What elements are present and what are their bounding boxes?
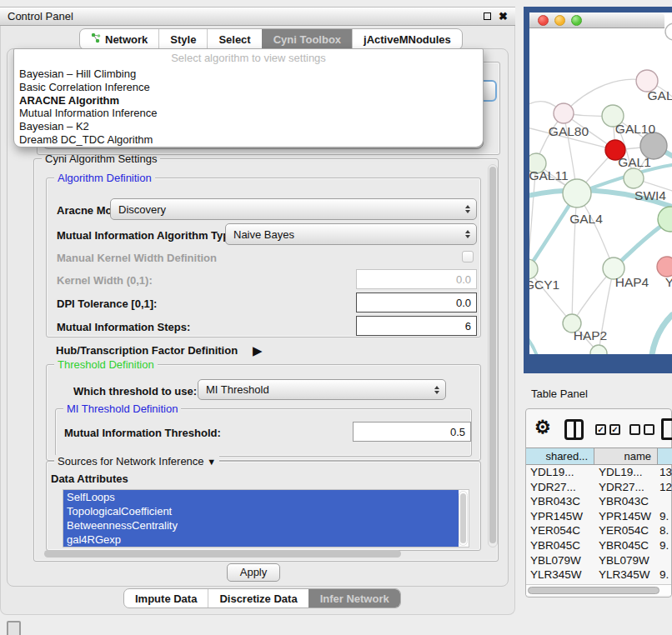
- tab-label: jActiveMNodules: [364, 33, 451, 46]
- gear-icon[interactable]: ⚙: [534, 417, 551, 438]
- settings-horizontal-scrollbar-thumb[interactable]: [44, 550, 401, 558]
- apply-button-label: Apply: [240, 566, 268, 578]
- attribute-list-item[interactable]: TopologicalCoefficient: [63, 504, 459, 518]
- minimize-traffic-light-icon[interactable]: [554, 15, 565, 26]
- table-row[interactable]: YBR043CYBR043C: [526, 494, 672, 509]
- zoom-traffic-light-icon[interactable]: [571, 15, 582, 26]
- checked-checkbox-icon[interactable]: ✓: [609, 424, 620, 435]
- file-icon[interactable]: [661, 418, 672, 440]
- control-panel-titlebar: Control Panel ✖: [0, 7, 515, 26]
- expand-right-icon[interactable]: ▶: [253, 343, 263, 358]
- unchecked-checkbox-icon[interactable]: [644, 424, 654, 435]
- attribute-list-item[interactable]: gal4RGexp: [63, 532, 459, 547]
- combo-spinner-icon: [465, 205, 470, 213]
- manual-kernel-label: Manual Kernel Width Definition: [57, 252, 217, 264]
- network-node-swi4[interactable]: [624, 168, 644, 188]
- bottom-tab-impute-data[interactable]: Impute Data: [124, 589, 208, 608]
- table-cell: YBL079W: [594, 553, 658, 568]
- mi-threshold-field[interactable]: 0.5: [353, 422, 471, 442]
- table-cell: YDR27...: [526, 480, 594, 495]
- table-row[interactable]: YLR345WYLR345W9.: [526, 568, 672, 582]
- settings-vertical-scrollbar-thumb[interactable]: [489, 167, 496, 543]
- table-row[interactable]: YDL19...YDL19...13: [526, 465, 672, 480]
- bottom-tab-infer-network[interactable]: Infer Network: [308, 589, 400, 608]
- float-icon[interactable]: [484, 12, 491, 20]
- checked-checkbox-icon[interactable]: ✓: [595, 424, 606, 435]
- attribute-list-item[interactable]: SelfLoops: [63, 490, 459, 504]
- control-panel-tab-bar: NetworkStyleSelectCyni ToolboxjActiveMNo…: [79, 28, 463, 50]
- table-column-header[interactable]: shared...: [526, 448, 594, 464]
- control-panel-title: Control Panel: [8, 10, 484, 22]
- network-node-gal4[interactable]: [563, 179, 591, 208]
- table-cell: YDL19...: [526, 465, 594, 480]
- algorithm-option-basic-correlation-inference[interactable]: Basic Correlation Inference: [14, 81, 483, 94]
- aracne-mode-combo[interactable]: Discovery: [110, 198, 477, 220]
- tab-select[interactable]: Select: [207, 29, 261, 49]
- attribute-list-scrollbar-thumb[interactable]: [460, 493, 466, 543]
- manual-kernel-checkbox[interactable]: [462, 251, 474, 262]
- tab-label: Cyni Toolbox: [273, 33, 341, 46]
- tab-network[interactable]: Network: [80, 29, 158, 49]
- network-icon: [91, 32, 101, 46]
- algorithm-option-bayesian-k2[interactable]: Bayesian – K2: [14, 120, 483, 133]
- close-icon[interactable]: ✖: [499, 11, 508, 22]
- table-cell: YPR145W: [526, 509, 594, 524]
- table-row[interactable]: YDR27...YDR27...12: [526, 480, 672, 495]
- network-edge[interactable]: [529, 353, 599, 354]
- dpi-tolerance-label: DPI Tolerance [0,1]:: [57, 298, 157, 310]
- algorithm-option-mutual-information-inference[interactable]: Mutual Information Inference: [14, 107, 483, 120]
- hub-definition-label[interactable]: Hub/Transcription Factor Definition: [56, 344, 238, 357]
- network-edge[interactable]: [651, 315, 672, 354]
- tab-jactivemnodules[interactable]: jActiveMNodules: [352, 29, 462, 49]
- mi-type-combo[interactable]: Naive Bayes: [225, 223, 477, 245]
- tab-style[interactable]: Style: [158, 29, 207, 49]
- apply-button[interactable]: Apply: [227, 563, 280, 582]
- combo-spinner-icon: [434, 386, 439, 394]
- kernel-width-value: 0.0: [456, 273, 471, 286]
- network-node-label: GCY1: [529, 278, 559, 292]
- combo-spinner-icon: [465, 230, 470, 238]
- tab-cyni-toolbox[interactable]: Cyni Toolbox: [262, 29, 352, 49]
- which-threshold-combo[interactable]: MI Threshold: [198, 379, 446, 400]
- algorithm-option-bayesian-hill-climbing[interactable]: Bayesian – Hill Climbing: [14, 68, 483, 81]
- dpi-tolerance-value: 0.0: [456, 297, 471, 309]
- settings-vertical-scrollbar[interactable]: [488, 164, 498, 548]
- attribute-list-scrollbar[interactable]: [459, 491, 468, 546]
- network-node[interactable]: [665, 23, 672, 40]
- kernel-width-field[interactable]: 0.0: [356, 269, 477, 289]
- table-cell: 9.: [658, 509, 672, 524]
- algorithm-option-aracne-algorithm[interactable]: ARACNE Algorithm: [14, 94, 483, 108]
- settings-horizontal-scrollbar[interactable]: [38, 549, 486, 558]
- column-layout-icon[interactable]: [564, 419, 584, 440]
- network-canvas-svg: GALGAL80GAL10GAL1GAL11SWI4GAL4HAP4YGCY1H…: [529, 12, 672, 354]
- table-row[interactable]: YPR145WYPR145W9.: [526, 509, 672, 524]
- algorithm-dropdown-placeholder: Select algorithm to view settings: [14, 49, 483, 68]
- table-column-header[interactable]: name: [594, 448, 658, 464]
- network-node-y[interactable]: [657, 257, 672, 277]
- table-column-header[interactable]: [658, 448, 672, 464]
- network-node-gcy1[interactable]: [529, 259, 538, 279]
- table-cell: YLR345W: [526, 568, 594, 582]
- attribute-list-item[interactable]: BetweennessCentrality: [63, 518, 459, 532]
- table-horizontal-scrollbar[interactable]: [526, 584, 671, 595]
- network-node-gal80[interactable]: [554, 103, 574, 123]
- table-row[interactable]: YBR045CYBR045C9.: [526, 538, 672, 553]
- bottom-tab-discretize-data[interactable]: Discretize Data: [208, 589, 308, 608]
- kernel-width-label: Kernel Width (0,1):: [57, 274, 153, 287]
- table-row[interactable]: YER054CYER054C8.: [526, 523, 672, 538]
- algorithm-option-dream8-dc-tdc-algorithm[interactable]: Dream8 DC_TDC Algorithm: [14, 133, 483, 147]
- table-cell: 9.: [658, 568, 672, 582]
- network-node-label: GAL4: [569, 212, 603, 226]
- close-traffic-light-icon[interactable]: [538, 15, 549, 26]
- table-cell: YER054C: [526, 523, 594, 538]
- mi-steps-field[interactable]: 6: [356, 316, 477, 336]
- mi-threshold-definition-title: MI Threshold Definition: [63, 402, 181, 415]
- collapse-down-icon[interactable]: ▼: [207, 457, 216, 467]
- network-edge[interactable]: [529, 333, 541, 354]
- table-row[interactable]: YBL079WYBL079W: [526, 553, 672, 568]
- unchecked-checkbox-icon[interactable]: [629, 424, 640, 435]
- dpi-tolerance-field[interactable]: 0.0: [356, 292, 477, 312]
- table-horizontal-scrollbar-thumb[interactable]: [528, 587, 659, 594]
- threshold-definition-group: Threshold Definition Which threshold to …: [46, 364, 481, 461]
- cut-panel-icon[interactable]: [7, 621, 21, 635]
